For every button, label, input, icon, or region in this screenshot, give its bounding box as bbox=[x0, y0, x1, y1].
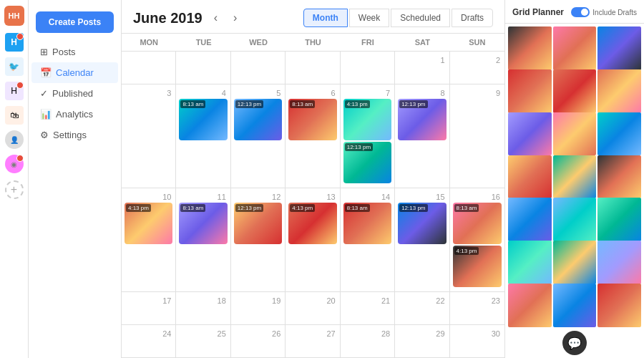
calendar-day[interactable]: 9 bbox=[450, 84, 504, 188]
calendar-day[interactable] bbox=[176, 52, 230, 84]
grid-photo-item[interactable] bbox=[597, 241, 641, 284]
sidebar-item-settings[interactable]: ⚙ Settings bbox=[31, 125, 118, 145]
calendar-day[interactable]: 20 bbox=[286, 292, 340, 324]
calendar-week-2: 104:13 pm118:13 am1212:13 pm134:13 pm148… bbox=[122, 188, 504, 292]
calendar-day[interactable]: 25 bbox=[176, 325, 230, 357]
calendar-day[interactable]: 29 bbox=[395, 325, 449, 357]
calendar-day[interactable]: 168:13 am4:13 pm bbox=[450, 188, 504, 291]
calendar-day[interactable]: 812:13 pm bbox=[395, 84, 449, 188]
grid-photo-item[interactable] bbox=[553, 284, 597, 327]
day-number bbox=[234, 54, 282, 57]
post-thumbnail[interactable]: 4:13 pm bbox=[125, 203, 172, 244]
app-icon-6[interactable]: ◉ bbox=[4, 153, 25, 175]
post-thumbnail[interactable]: 4:13 pm bbox=[453, 246, 502, 287]
grid-photo-item[interactable] bbox=[508, 26, 552, 70]
calendar-day[interactable]: 74:13 pm12:13 pm bbox=[341, 84, 395, 188]
app-icon-1[interactable]: H bbox=[4, 32, 25, 53]
post-thumbnail[interactable]: 12:13 pm bbox=[343, 142, 391, 183]
calendar-day[interactable]: 1212:13 pm bbox=[231, 188, 286, 291]
grid-photo-item[interactable] bbox=[597, 284, 641, 327]
post-thumbnail[interactable]: 12:13 pm bbox=[398, 99, 446, 140]
grid-photo-item[interactable] bbox=[508, 284, 552, 327]
calendar-day[interactable]: 26 bbox=[231, 325, 286, 357]
grid-photo-item[interactable] bbox=[597, 112, 641, 156]
calendar-day[interactable]: 17 bbox=[122, 292, 176, 324]
post-thumbnail[interactable]: 12:13 pm bbox=[234, 203, 282, 244]
day-header-tue: Tue bbox=[176, 34, 230, 51]
post-thumbnail[interactable]: 8:13 am bbox=[453, 203, 502, 244]
calendar-day[interactable]: 1 bbox=[395, 52, 449, 84]
prev-month-button[interactable]: ‹ bbox=[210, 10, 222, 26]
grid-photo-item[interactable] bbox=[553, 112, 597, 156]
calendar-day[interactable] bbox=[286, 52, 340, 84]
calendar-day[interactable]: 23 bbox=[450, 292, 504, 324]
calendar-day[interactable]: 21 bbox=[341, 292, 395, 324]
post-thumbnail[interactable]: 8:13 am bbox=[288, 99, 336, 140]
tab-drafts[interactable]: Drafts bbox=[452, 9, 493, 27]
post-thumbnail[interactable]: 12:13 pm bbox=[398, 203, 446, 244]
grid-photo-item[interactable] bbox=[597, 26, 641, 70]
calendar-day[interactable]: 1512:13 pm bbox=[395, 188, 449, 291]
calendar-day[interactable]: 27 bbox=[286, 325, 340, 357]
calendar-day[interactable]: 148:13 am bbox=[341, 188, 395, 291]
calendar-day[interactable] bbox=[122, 52, 176, 84]
toggle-switch[interactable] bbox=[571, 7, 590, 17]
sidebar-item-analytics[interactable]: 📊 Analytics bbox=[31, 104, 118, 125]
create-posts-button[interactable]: Create Posts bbox=[36, 11, 114, 33]
calendar-day[interactable]: 118:13 am bbox=[176, 188, 230, 291]
grid-photo-item[interactable] bbox=[508, 69, 552, 113]
main-content: June 2019 ‹ › Month Week Scheduled Draft… bbox=[122, 0, 504, 358]
calendar-day[interactable]: 68:13 am bbox=[286, 84, 340, 188]
calendar-day[interactable] bbox=[341, 52, 395, 84]
add-app-button[interactable]: + bbox=[5, 180, 24, 199]
sidebar-item-label: Settings bbox=[53, 130, 87, 140]
app-icon-5[interactable]: 👤 bbox=[4, 129, 25, 150]
post-thumbnail[interactable]: 4:13 pm bbox=[288, 203, 336, 244]
calendar-day[interactable]: 19 bbox=[231, 292, 286, 324]
day-number: 10 bbox=[125, 191, 172, 203]
calendar-day[interactable]: 3 bbox=[122, 84, 176, 188]
calendar-day[interactable]: 18 bbox=[176, 292, 230, 324]
grid-photo-item[interactable] bbox=[553, 198, 597, 241]
grid-photo-item[interactable] bbox=[597, 155, 641, 199]
calendar-day[interactable]: 2 bbox=[450, 52, 504, 84]
calendar-day[interactable]: 104:13 pm bbox=[122, 188, 176, 291]
user-avatar[interactable]: HH bbox=[4, 6, 24, 26]
post-thumbnail[interactable]: 12:13 pm bbox=[234, 99, 282, 140]
calendar-day[interactable]: 24 bbox=[122, 325, 176, 357]
sidebar-item-posts[interactable]: ⊞ Posts bbox=[31, 42, 118, 62]
include-drafts-toggle[interactable]: Include Drafts bbox=[571, 7, 637, 17]
calendar-day[interactable]: 48:13 am bbox=[176, 84, 230, 188]
calendar-day[interactable]: 22 bbox=[395, 292, 449, 324]
post-thumbnail[interactable]: 8:13 am bbox=[179, 203, 227, 244]
post-thumbnail[interactable]: 8:13 am bbox=[343, 203, 391, 244]
chat-button[interactable]: 💬 bbox=[562, 331, 587, 355]
calendar-day[interactable]: 512:13 pm bbox=[231, 84, 286, 188]
calendar-day[interactable]: 28 bbox=[341, 325, 395, 357]
grid-photo-item[interactable] bbox=[553, 26, 597, 70]
next-month-button[interactable]: › bbox=[229, 10, 241, 26]
tab-scheduled[interactable]: Scheduled bbox=[391, 9, 450, 27]
grid-photo-item[interactable] bbox=[553, 69, 597, 113]
grid-photo-item[interactable] bbox=[508, 155, 552, 199]
grid-photo-item[interactable] bbox=[508, 112, 552, 156]
post-thumbnail[interactable]: 8:13 am bbox=[179, 99, 227, 140]
tab-week[interactable]: Week bbox=[349, 9, 389, 27]
grid-photo-item[interactable] bbox=[597, 198, 641, 241]
grid-photo-item[interactable] bbox=[597, 69, 641, 113]
calendar-day[interactable]: 134:13 pm bbox=[286, 188, 340, 291]
grid-photo-item[interactable] bbox=[508, 241, 552, 284]
grid-photo-item[interactable] bbox=[553, 155, 597, 199]
grid-photo-item[interactable] bbox=[508, 198, 552, 241]
app-icon-3[interactable]: H bbox=[4, 80, 25, 102]
app-icon-4[interactable]: 🛍 bbox=[4, 105, 25, 126]
sidebar-item-calendar[interactable]: 📅 Calendar bbox=[31, 62, 118, 83]
calendar-day[interactable]: 30 bbox=[450, 325, 504, 357]
sidebar-item-published[interactable]: ✓ Published bbox=[31, 83, 118, 104]
post-thumbnail[interactable]: 4:13 pm bbox=[343, 99, 391, 140]
calendar-day[interactable] bbox=[231, 52, 286, 84]
tab-month[interactable]: Month bbox=[303, 9, 348, 27]
app-icon-2[interactable]: 🐦 bbox=[4, 56, 25, 77]
grid-photo-item[interactable] bbox=[553, 241, 597, 284]
post-time: 4:13 pm bbox=[454, 247, 479, 255]
